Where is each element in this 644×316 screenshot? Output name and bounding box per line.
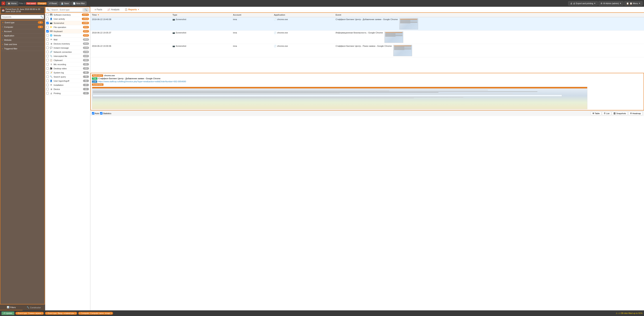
event-type-name: Network connection: [54, 51, 82, 53]
computer-expand-icon: +: [2, 26, 3, 28]
export-printing-button[interactable]: 🖨 🖨 Export and printing ▼: [568, 1, 598, 5]
menu-button[interactable]: 📋 📋 Menu ▼: [624, 1, 643, 6]
app-icon: 📄: [274, 18, 276, 20]
event-type-count: 9442: [83, 26, 89, 28]
admin-button[interactable]: ⚙ ⚙ Admin (admin) ▼: [598, 1, 624, 6]
snapshots-view-button[interactable]: 🖼 Snapshots: [612, 111, 628, 115]
event-type-checkbox[interactable]: [46, 67, 49, 70]
table-view-button[interactable]: ⊞ Table: [591, 111, 601, 115]
event-type-row: 🖨 Printing 12: [45, 91, 90, 95]
dimension-triggered-filter[interactable]: + Triggered filter: [0, 47, 44, 51]
datetime-expand-icon: +: [2, 43, 3, 45]
col-account[interactable]: Account: [232, 13, 272, 17]
filter-tag-computer-remove[interactable]: ×: [111, 312, 112, 314]
update-button[interactable]: ↺ Update: [2, 312, 14, 315]
event-text: Информационная безопасность - Google Chr…: [336, 31, 383, 34]
event-type-checkbox[interactable]: [46, 55, 49, 57]
screenshot-thumb: [399, 18, 418, 29]
event-type-checkbox[interactable]: [46, 51, 49, 53]
link-value[interactable]: https://www.staffcop.ru/billing2/invoice…: [98, 80, 186, 83]
heatmap-view-button[interactable]: ⊟ Heatmap: [628, 111, 642, 115]
event-type-icon: ⚙: [50, 84, 53, 86]
event-type-search-input[interactable]: [50, 8, 82, 12]
filter-tag-keyboard-remove[interactable]: ×: [75, 312, 76, 314]
close-button[interactable]: ×: [2, 1, 5, 5]
event-text: Стаффкоп Биллинг Центр - Поиск заявок - …: [336, 45, 392, 47]
cell-type: 📷 Screenshot: [171, 17, 231, 31]
event-type-row: 📋 Clipboard 868: [45, 58, 90, 62]
event-type-count: 76: [83, 75, 89, 78]
event-type-checkbox[interactable]: [46, 71, 49, 74]
home-button[interactable]: 🏠 Home: [6, 1, 18, 5]
event-type-checkbox[interactable]: [46, 75, 49, 78]
event-type-count: 2602: [83, 42, 89, 45]
event-type-checkbox[interactable]: [46, 84, 49, 86]
keywords-search-icon[interactable]: 🔍: [40, 15, 43, 18]
table-row[interactable]: 2018-06-22 19:40:38 📷 Screenshot inna 📄 …: [90, 17, 644, 31]
event-type-row: 👤 User logon/logoff 42: [45, 79, 90, 83]
auto-label: Auto: [95, 112, 99, 115]
event-type-checkbox[interactable]: [46, 92, 49, 94]
event-text: Стаффкоп Биллинг Центр - Добавление заяв…: [336, 18, 398, 20]
event-type-checkbox[interactable]: [46, 30, 49, 32]
time-col-label: Time: [92, 14, 97, 16]
event-type-row: 🎥 Desktop video 200: [45, 66, 90, 71]
event-type-checkbox[interactable]: [46, 22, 49, 24]
heatmap-icon: ⊟: [630, 112, 632, 115]
table-row[interactable]: 2018-06-22 19:30:36 📷 Screenshot inna 📄 …: [90, 44, 644, 57]
col-event[interactable]: Event: [334, 13, 644, 17]
tab-constructor[interactable]: 🔧 Constructor: [22, 305, 45, 310]
dimension-date-time[interactable]: + Date and time: [0, 42, 44, 47]
event-type-checkbox[interactable]: [46, 42, 49, 45]
event-type-checkbox[interactable]: [46, 47, 49, 49]
tab-analysis[interactable]: 📈 Analysis: [105, 7, 122, 13]
event-type-checkbox[interactable]: [46, 63, 49, 66]
admin-dropdown-icon: ▼: [620, 2, 622, 4]
event-type-checkbox[interactable]: [46, 34, 49, 37]
dimension-computer[interactable]: + Computer 1: [0, 25, 44, 29]
dimension-application[interactable]: + Application: [0, 34, 44, 38]
status-bar: ↺ Update + Event type: Снимок экрана × +…: [0, 310, 644, 316]
detail-screenshot-row: Screenshot: [92, 83, 642, 86]
event-type-checkbox[interactable]: [46, 18, 49, 20]
event-type-checkbox[interactable]: [46, 88, 49, 90]
application-expand-icon: +: [2, 35, 3, 37]
col-type[interactable]: Type: [171, 13, 231, 17]
event-type-checkbox[interactable]: [46, 13, 49, 16]
col-application[interactable]: Application: [272, 13, 334, 17]
tab-reports[interactable]: 📋 Reports ▼: [122, 7, 142, 13]
table-icon: ⊞: [592, 112, 594, 115]
event-type-checkbox[interactable]: [46, 80, 49, 82]
keywords-input[interactable]: [1, 15, 44, 19]
event-type-checkbox[interactable]: [46, 59, 49, 61]
event-type-row: 🌐 Website 6269: [45, 33, 90, 37]
calendar-icon: 📅: [2, 9, 4, 12]
list-view-button[interactable]: ☰ List: [602, 111, 611, 115]
statistics-label: Statistics: [103, 112, 111, 115]
cell-event: Стаффкоп Биллинг Центр - Поиск заявок - …: [334, 44, 644, 57]
save-button[interactable]: 💾 Save: [59, 1, 70, 5]
col-time[interactable]: Time ▼: [90, 13, 171, 17]
event-type-checkbox[interactable]: [46, 38, 49, 41]
tab-facts[interactable]: ≡ Facts: [92, 7, 105, 13]
dimension-event-type[interactable]: ▼ Event type 2: [0, 20, 44, 25]
cell-type: 📷 Screenshot: [171, 44, 231, 57]
event-type-icon: 🔗: [50, 51, 53, 53]
snapshots-icon: 🖼: [614, 112, 616, 115]
cell-account: inna: [232, 44, 272, 57]
cell-time: 2018-06-22 19:35:37: [90, 31, 171, 44]
reset-button[interactable]: ↺ Reset: [48, 1, 58, 5]
auto-checkbox[interactable]: [92, 112, 94, 115]
event-type-search-button[interactable]: 🔍: [83, 8, 88, 12]
table-row[interactable]: 2018-06-22 19:35:37 📷 Screenshot inna 📄 …: [90, 31, 644, 44]
new-filter-button[interactable]: 📄 New filter: [71, 1, 86, 5]
tab-filters[interactable]: 📊 Filters: [0, 305, 22, 310]
changed-badge: Changed: [37, 2, 47, 5]
statistics-checkbox[interactable]: [100, 112, 102, 115]
dimension-account[interactable]: + Account: [0, 29, 44, 34]
main-layout: 📅 Period from 01 June 2018 00:00 to 30 J…: [0, 7, 644, 310]
filter-tag-screenshot-remove[interactable]: ×: [42, 312, 43, 314]
event-type-checkbox[interactable]: [46, 26, 49, 28]
event-type-icon: 🖥: [50, 43, 53, 45]
dimension-website[interactable]: + Website: [0, 38, 44, 42]
